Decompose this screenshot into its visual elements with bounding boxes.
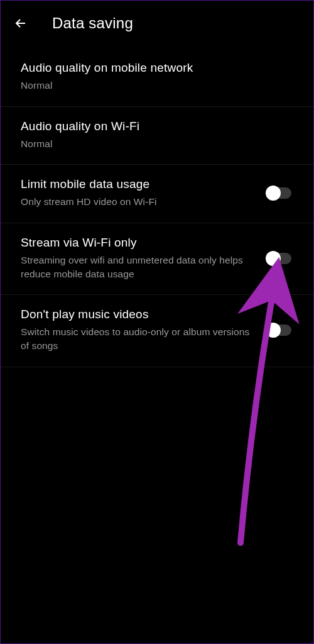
setting-subtitle: Switch music videos to audio-only or alb… [21, 325, 253, 352]
setting-title: Don't play music videos [21, 308, 253, 321]
toggle-thumb [266, 323, 281, 338]
setting-row-audio-mobile[interactable]: Audio quality on mobile network Normal [1, 48, 313, 107]
back-arrow-icon[interactable] [13, 16, 28, 31]
setting-title: Stream via Wi-Fi only [21, 236, 253, 250]
setting-title: Audio quality on mobile network [21, 61, 293, 75]
setting-title: Audio quality on Wi-Fi [21, 119, 293, 133]
setting-text: Stream via Wi-Fi only Streaming over wif… [21, 236, 253, 280]
setting-subtitle: Streaming over wifi and unmetered data o… [21, 253, 253, 280]
setting-text: Limit mobile data usage Only stream HD v… [21, 177, 253, 209]
setting-row-wifi-only[interactable]: Stream via Wi-Fi only Streaming over wif… [1, 223, 313, 295]
setting-row-limit-mobile[interactable]: Limit mobile data usage Only stream HD v… [1, 165, 313, 223]
setting-text: Audio quality on Wi-Fi Normal [21, 119, 293, 151]
toggle-no-music-videos[interactable] [266, 323, 293, 338]
toggle-wifi-only[interactable] [266, 251, 293, 266]
toggle-limit-mobile[interactable] [266, 186, 293, 201]
settings-list: Audio quality on mobile network Normal A… [1, 48, 313, 367]
setting-row-no-music-videos[interactable]: Don't play music videos Switch music vid… [1, 295, 313, 367]
setting-text: Don't play music videos Switch music vid… [21, 308, 253, 352]
page-title: Data saving [52, 14, 133, 32]
header: Data saving [1, 1, 313, 48]
setting-subtitle: Only stream HD video on Wi-Fi [21, 195, 253, 209]
setting-text: Audio quality on mobile network Normal [21, 61, 293, 92]
setting-subtitle: Normal [21, 137, 293, 151]
toggle-thumb [266, 251, 281, 266]
setting-row-audio-wifi[interactable]: Audio quality on Wi-Fi Normal [1, 107, 313, 165]
setting-subtitle: Normal [21, 79, 293, 92]
setting-title: Limit mobile data usage [21, 177, 253, 191]
